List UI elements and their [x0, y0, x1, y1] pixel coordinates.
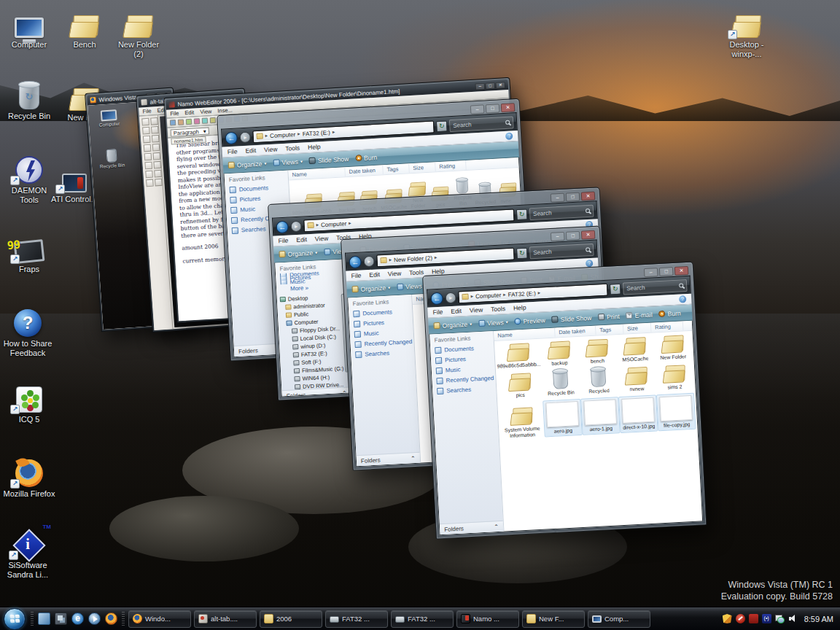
back-button[interactable]: ← [349, 255, 362, 268]
tool-button[interactable] [151, 126, 159, 134]
back-button[interactable]: ← [430, 292, 443, 305]
maximize-button[interactable]: □ [486, 104, 500, 113]
media-player-icon[interactable] [88, 612, 101, 625]
menu-edit[interactable]: Edit [245, 147, 256, 155]
breadcrumb-item[interactable]: FAT32 (E:) [303, 129, 331, 137]
switch-windows-icon[interactable] [55, 612, 67, 625]
tool-button[interactable] [155, 179, 163, 187]
folders-bar[interactable]: Folders⌃ [440, 521, 504, 535]
back-button[interactable]: ← [225, 131, 238, 144]
menu-view[interactable]: View [470, 306, 483, 314]
taskbar-button-2006[interactable]: 2006 [260, 610, 322, 628]
column-header-size[interactable]: Size [623, 323, 652, 334]
maximize-button[interactable]: □ [486, 82, 496, 90]
forward-button[interactable]: ▸ [363, 255, 375, 267]
menu-help[interactable]: Help [308, 143, 321, 151]
search-input[interactable]: Search [529, 243, 594, 259]
toolbar-icon[interactable] [194, 118, 200, 124]
desktop-icon-sisoftware-sandra-li-[interactable]: TM↗SiSoftware Sandra Li... [1, 526, 54, 580]
desktop-icon-recycle-bin[interactable]: Recycle Bin [3, 77, 55, 121]
internet-explorer-icon[interactable]: e [71, 612, 84, 625]
column-header-rating[interactable]: Rating [651, 321, 684, 332]
file-item[interactable]: direct-x-10.jpg [618, 394, 658, 433]
file-item[interactable]: backup [540, 341, 579, 368]
maximize-button[interactable]: □ [659, 266, 674, 276]
tool-button[interactable] [146, 179, 154, 187]
menu-view[interactable]: View [315, 235, 329, 243]
toolbar-icon[interactable] [210, 117, 216, 123]
toolbar-icon[interactable] [170, 120, 176, 125]
menu-file[interactable]: File [142, 108, 152, 115]
desktop-icon-computer[interactable]: Computer [3, 6, 55, 50]
quicklaunch-grip[interactable] [31, 612, 34, 626]
firefox-icon[interactable] [105, 612, 117, 625]
forward-button[interactable]: ▸ [290, 220, 302, 232]
menu-tools[interactable]: Tools [491, 305, 505, 313]
tool-button[interactable] [145, 171, 153, 179]
paragraph-dropdown[interactable]: Paragraph▾ [171, 127, 209, 136]
taskbar-button-alt-tab-[interactable]: alt-tab.... [194, 610, 257, 628]
forward-button[interactable]: ▸ [445, 292, 456, 303]
file-item[interactable]: file-copy.jpg [656, 393, 696, 432]
menu-edit[interactable]: Edit [296, 236, 307, 244]
toolbar-button-organize[interactable]: Organize▾ [279, 249, 317, 258]
menu-edit[interactable]: Edit [184, 109, 194, 117]
breadcrumb-item[interactable]: FAT32 (E:) [508, 289, 536, 298]
red-status-icon[interactable] [749, 614, 758, 623]
taskbar-button-new-f-[interactable]: New F... [522, 610, 585, 628]
menu-view[interactable]: View [200, 108, 212, 115]
close-button[interactable]: ✕ [581, 230, 596, 239]
column-header-tags[interactable]: Tags [596, 324, 624, 335]
taskbar-button-windo-[interactable]: Windo... [128, 610, 191, 628]
toolbar-icon[interactable] [186, 119, 192, 125]
column-header-size[interactable]: Size [409, 162, 436, 173]
desktop-icon-fraps[interactable]: ↗Fraps [3, 230, 55, 274]
toolbar-icon[interactable] [178, 119, 184, 125]
breadcrumb-item[interactable]: Computer [270, 131, 296, 139]
menu-view[interactable]: View [388, 270, 402, 278]
help-icon[interactable]: ? [679, 295, 687, 303]
breadcrumb-item[interactable]: Computer [475, 292, 502, 300]
toolbar-button-views[interactable]: Views▾ [478, 318, 508, 327]
back-button[interactable]: ← [276, 220, 289, 233]
search-input[interactable]: Search [623, 279, 688, 295]
menu-file[interactable]: File [432, 308, 443, 316]
folders-bar[interactable]: Folders⌃ [357, 452, 421, 467]
refresh-button[interactable]: ↻ [516, 247, 528, 259]
toolbar-button-burn[interactable]: Burn [355, 153, 377, 162]
file-item[interactable]: aero-1.jpg [580, 397, 621, 435]
desktop-icon-icq-5[interactable]: ↗ICQ 5 [3, 381, 55, 424]
breadcrumb-item[interactable]: Computer [321, 220, 347, 228]
close-button[interactable]: ✕ [581, 191, 596, 201]
file-item[interactable]: aero.jpg [542, 399, 583, 438]
desktop-icon-mozilla-firefox[interactable]: ↗Mozilla Firefox [3, 455, 55, 499]
minimize-button[interactable]: – [551, 192, 565, 202]
file-item[interactable]: System Volume Information [499, 401, 544, 440]
file-item[interactable]: nvnew [617, 365, 656, 393]
file-item[interactable]: MSOCache [615, 337, 655, 364]
menu-file[interactable]: File [351, 272, 361, 280]
taskbar-button-comp-[interactable]: Comp... [588, 610, 650, 628]
taskbar-button-fat32-[interactable]: FAT32 ... [391, 610, 454, 628]
tool-button[interactable] [142, 127, 150, 135]
tool-button[interactable] [141, 118, 149, 126]
menu-edit[interactable]: Edit [451, 307, 462, 315]
file-item[interactable]: Recycle Bin [541, 369, 580, 397]
desktop-icon-bench[interactable]: Bench [58, 6, 111, 50]
desktop-icon-how-to-share-feedback[interactable]: How to Share Feedback [1, 305, 54, 358]
tool-button[interactable] [150, 117, 158, 125]
tool-button[interactable] [152, 144, 160, 152]
toolbar-button-organize[interactable]: Organize▾ [433, 320, 472, 330]
quicklaunch-grip[interactable] [122, 612, 125, 626]
file-item[interactable]: bench [578, 338, 617, 365]
minimize-button[interactable]: – [470, 104, 485, 114]
refresh-button[interactable]: ↻ [516, 209, 528, 220]
menu-view[interactable]: View [264, 145, 278, 153]
toolbar-button-burn[interactable]: Burn [658, 309, 680, 318]
refresh-button[interactable]: ↻ [436, 120, 448, 132]
menu-help[interactable]: Help [513, 304, 526, 312]
toolbar-button-print[interactable]: Print [598, 312, 620, 321]
ati-tray-icon[interactable] [736, 614, 745, 623]
maximize-button[interactable]: □ [566, 192, 580, 201]
volume-icon[interactable] [788, 614, 798, 623]
